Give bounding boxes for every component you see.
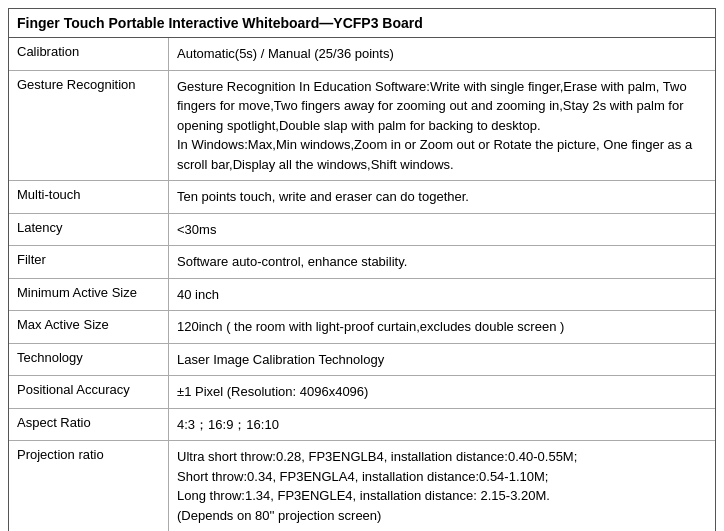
cell-value: 120inch ( the room with light-proof curt… xyxy=(169,311,715,343)
table-row: Max Active Size120inch ( the room with l… xyxy=(9,311,715,344)
cell-label: Latency xyxy=(9,214,169,246)
cell-value: Ultra short throw:0.28, FP3ENGLB4, insta… xyxy=(169,441,715,531)
cell-label: Aspect Ratio xyxy=(9,409,169,441)
cell-value: ±1 Pixel (Resolution: 4096x4096) xyxy=(169,376,715,408)
table-row: Positional Accuracy±1 Pixel (Resolution:… xyxy=(9,376,715,409)
cell-value: 4:3；16:9；16:10 xyxy=(169,409,715,441)
spec-table: Finger Touch Portable Interactive Whiteb… xyxy=(8,8,716,531)
table-row: Gesture RecognitionGesture Recognition I… xyxy=(9,71,715,182)
cell-label: Technology xyxy=(9,344,169,376)
table-row: TechnologyLaser Image Calibration Techno… xyxy=(9,344,715,377)
cell-value: Gesture Recognition In Education Softwar… xyxy=(169,71,715,181)
table-row: Projection ratioUltra short throw:0.28, … xyxy=(9,441,715,531)
table-row: Latency<30ms xyxy=(9,214,715,247)
cell-label: Calibration xyxy=(9,38,169,70)
cell-label: Max Active Size xyxy=(9,311,169,343)
table-row: Aspect Ratio4:3；16:9；16:10 xyxy=(9,409,715,442)
table-row: FilterSoftware auto-control, enhance sta… xyxy=(9,246,715,279)
cell-label: Projection ratio xyxy=(9,441,169,531)
cell-value: Automatic(5s) / Manual (25/36 points) xyxy=(169,38,715,70)
cell-label: Multi-touch xyxy=(9,181,169,213)
cell-label: Filter xyxy=(9,246,169,278)
cell-value: Laser Image Calibration Technology xyxy=(169,344,715,376)
cell-value: Software auto-control, enhance stability… xyxy=(169,246,715,278)
cell-label: Minimum Active Size xyxy=(9,279,169,311)
table-row: Multi-touchTen points touch, write and e… xyxy=(9,181,715,214)
table-row: Minimum Active Size40 inch xyxy=(9,279,715,312)
table-title: Finger Touch Portable Interactive Whiteb… xyxy=(9,9,715,38)
cell-value: Ten points touch, write and eraser can d… xyxy=(169,181,715,213)
cell-value: <30ms xyxy=(169,214,715,246)
table-row: CalibrationAutomatic(5s) / Manual (25/36… xyxy=(9,38,715,71)
cell-label: Gesture Recognition xyxy=(9,71,169,181)
cell-value: 40 inch xyxy=(169,279,715,311)
cell-label: Positional Accuracy xyxy=(9,376,169,408)
